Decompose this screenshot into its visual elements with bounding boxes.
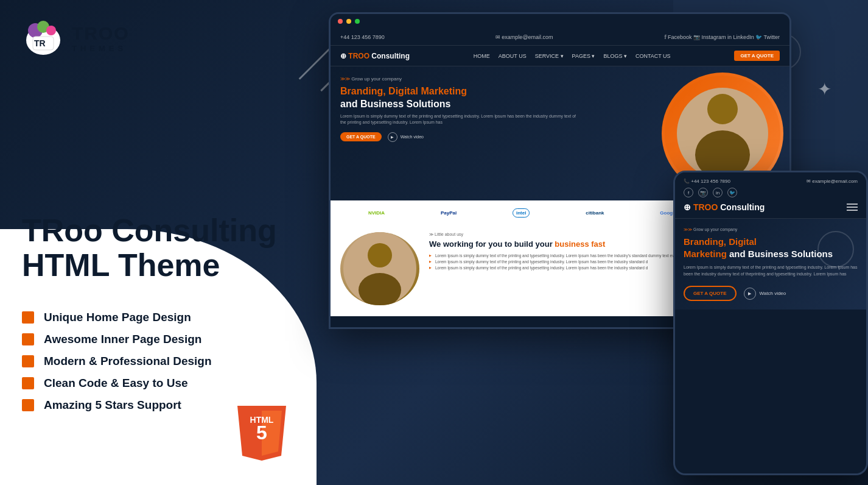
html5-badge: 5 HTML — [237, 406, 286, 461]
ham-line — [847, 204, 858, 205]
list-item: Unique Home Page Design — [22, 311, 278, 324]
mobile-hero: ≫≫ Grow up your company Branding, Digita… — [675, 219, 866, 310]
client-paypal: PayPal — [441, 210, 457, 216]
mobile-inner: 📞 +44 123 456 7890 ✉ example@email.com f… — [675, 172, 866, 473]
list-item: Modern & Professional Design — [22, 355, 278, 368]
inner-hero-text: ≫≫ Grow up your company Branding, Digita… — [340, 76, 582, 191]
inner-topbar: +44 123 456 7890 ✉ example@email.com 𝕗 F… — [331, 29, 789, 46]
hamburger-menu[interactable] — [847, 204, 858, 211]
social-tw: 🐦 — [727, 188, 737, 197]
mobile-watch-btn[interactable]: ▶ Watch video — [744, 288, 786, 300]
hero-deco-circle — [817, 231, 854, 267]
bullet-dot — [22, 399, 34, 411]
dot-yellow — [346, 19, 351, 24]
inner-hero-desc: Lorem Ipsum is simply dummy text of the … — [340, 113, 582, 126]
logo-area: TR TROO THEMES — [22, 17, 130, 60]
client-citi: citibank — [586, 210, 604, 216]
client-nvidia: NVIDIA — [368, 210, 385, 216]
html5-shield-icon: 5 HTML — [237, 406, 286, 461]
client-intel: intel — [513, 208, 530, 218]
right-panel: +44 123 456 7890 ✉ example@email.com 𝕗 F… — [304, 0, 868, 485]
list-item: Awesome Inner Page Design — [22, 333, 278, 346]
feature-list: Unique Home Page Design Awesome Inner Pa… — [22, 311, 278, 420]
svg-text:5: 5 — [256, 422, 267, 444]
bullet-dot — [22, 311, 34, 324]
svg-text:HTML: HTML — [250, 415, 274, 425]
list-item: Clean Code & Easy to Use — [22, 377, 278, 390]
main-content: TR TROO THEMES TRoo Consulting HTML Them… — [0, 0, 868, 485]
bullet-dot — [22, 355, 34, 367]
mobile-topbar: 📞 +44 123 456 7890 ✉ example@email.com f… — [675, 172, 866, 219]
inner-h1: Branding, Digital Marketingand Business … — [340, 85, 582, 111]
inner-hero-cta[interactable]: GET A QUOTE — [340, 132, 382, 141]
svg-point-15 — [368, 243, 392, 267]
brand-sub: THEMES — [72, 44, 130, 53]
inner-social: 𝕗 Facebook 📷 Instagram in LinkedIn 🐦 Twi… — [664, 34, 780, 40]
social-li: in — [713, 188, 723, 197]
inner-hero-btns: GET A QUOTE ▶ Watch video — [340, 132, 582, 142]
inner-watch-btn[interactable]: ▶ Watch video — [388, 132, 424, 142]
bullet-dot — [22, 377, 34, 389]
mobile-email: ✉ example@email.com — [807, 179, 858, 184]
social-ig: 📷 — [698, 188, 708, 197]
logo-icon: TR — [22, 17, 65, 60]
inner-email: ✉ example@email.com — [495, 34, 553, 40]
mobile-phone: 📞 +44 123 456 7890 — [684, 179, 730, 184]
inner-tagline: ≫≫ Grow up your company — [340, 76, 582, 82]
about-image — [340, 232, 419, 305]
ham-line — [847, 207, 858, 208]
mobile-mockup: 📞 +44 123 456 7890 ✉ example@email.com f… — [673, 171, 868, 475]
mobile-contact-row: 📞 +44 123 456 7890 ✉ example@email.com — [684, 179, 858, 184]
mobile-btns: GET A QUOTE ▶ Watch video — [684, 286, 858, 301]
mobile-social-row: f 📷 in 🐦 — [684, 188, 858, 197]
inner-cta-btn[interactable]: GET A QUOTE — [734, 51, 780, 61]
dot-green — [355, 19, 360, 24]
mockup-bar — [331, 14, 789, 29]
svg-text:TR: TR — [34, 38, 46, 48]
inner-logo: ⊕ TROO Consulting — [340, 52, 410, 60]
brand-name: TROO — [72, 24, 130, 43]
logo-text: TROO THEMES — [72, 24, 130, 53]
title-text: TRoo Consulting HTML Theme — [22, 213, 278, 283]
dot-red — [338, 19, 343, 24]
ham-line — [847, 210, 858, 211]
mobile-logo: ⊕ TROO Consulting — [684, 202, 765, 212]
main-title: TRoo Consulting HTML Theme — [22, 213, 278, 283]
mobile-nav-row: ⊕ TROO Consulting — [684, 202, 858, 212]
svg-point-3 — [46, 26, 56, 35]
inner-navbar: ⊕ TROO Consulting HOME ABOUT US SERVICE … — [331, 46, 789, 66]
left-panel: TR TROO THEMES TRoo Consulting HTML Them… — [0, 0, 304, 485]
inner-nav: HOME ABOUT US SERVICE ▾ PAGES ▾ BLOGS ▾ … — [474, 53, 671, 59]
bullet-dot — [22, 333, 34, 345]
social-fb: f — [684, 188, 693, 197]
mobile-cta-btn[interactable]: GET A QUOTE — [684, 286, 737, 301]
inner-phone: +44 123 456 7890 — [340, 34, 385, 40]
svg-point-12 — [707, 94, 738, 124]
